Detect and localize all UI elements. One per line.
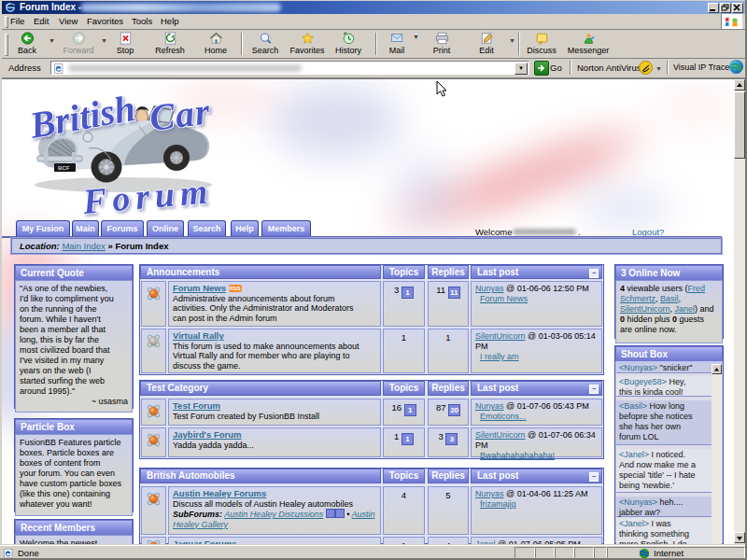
svg-text:BCF: BCF: [58, 165, 70, 171]
svg-text:Car: Car: [148, 90, 213, 139]
